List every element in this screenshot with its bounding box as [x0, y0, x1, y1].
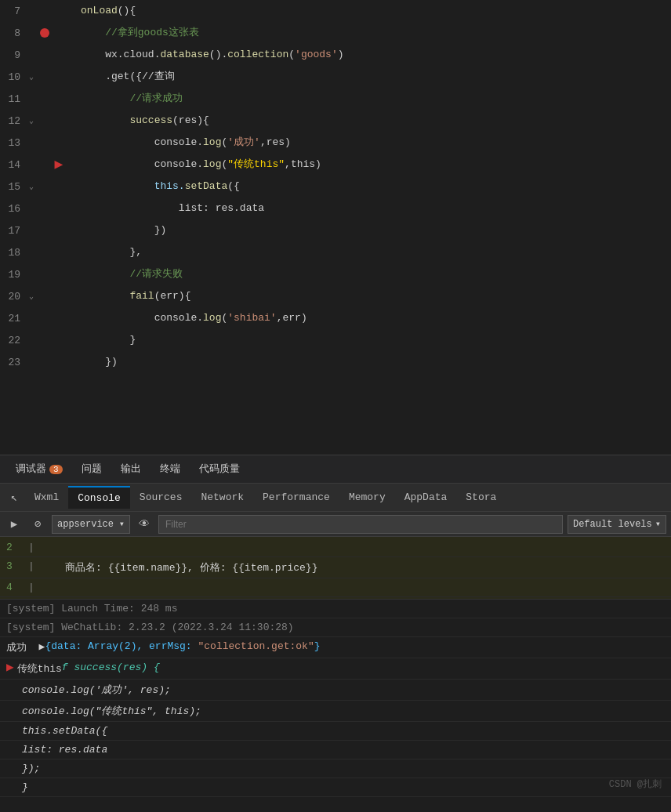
devtools-tab-appdata[interactable]: AppData	[395, 487, 457, 508]
code-token: list: res.data	[179, 202, 264, 214]
code-token: }	[129, 334, 136, 346]
chevron-down-icon2: ▾	[655, 518, 661, 530]
current-line-marker: ▶	[52, 158, 66, 172]
devtools-tab-memory[interactable]: Memory	[339, 487, 395, 508]
line-number: 20	[0, 291, 25, 303]
code-editor[interactable]: 7onLoad(){8 //拿到goods这张表9 wx.cloud.datab…	[0, 0, 671, 455]
line-content: //请求失败	[74, 263, 671, 285]
debug-tab-终端[interactable]: 终端	[151, 459, 190, 480]
devtools-tab-network[interactable]: Network	[191, 487, 253, 508]
this-label: 传统this	[17, 662, 62, 676]
line-number: 18	[0, 247, 25, 259]
fold-arrow[interactable]: ⌄	[25, 182, 38, 191]
console-line-number: 3	[6, 560, 22, 572]
line-content: }	[74, 329, 671, 351]
devtools-tab-wxml[interactable]: Wxml	[25, 487, 68, 508]
console-output: 2|3| 商品名: {{item.name}}, 价格: {{item.pric…	[0, 537, 671, 797]
code-token: },	[129, 246, 142, 258]
code-token: ({	[227, 180, 240, 192]
console-body-line: list: res.data	[0, 741, 671, 759]
code-token: 'shibai'	[227, 312, 276, 324]
code-token: ,err)	[277, 312, 307, 324]
console-body-line: this.setData({	[0, 722, 671, 741]
code-line: 12⌄ success(res){	[0, 110, 671, 132]
code-token: .get({//查询	[105, 71, 174, 82]
devtools-tab-console[interactable]: Console	[68, 486, 130, 509]
debug-tab-问题[interactable]: 问题	[72, 459, 111, 480]
system-message: [system] WeChatLib: 2.23.2 (2022.3.24 11…	[6, 622, 294, 633]
code-token: console.	[154, 158, 203, 170]
current-arrow: ▶	[55, 158, 63, 172]
code-token: (res){	[172, 114, 209, 126]
code-line: 21 console.log('shibai',err)	[0, 307, 671, 329]
console-body-line: }	[0, 778, 671, 797]
console-this-line: ▶传统this f success(res) {	[0, 658, 671, 680]
line-content: console.log('成功',res)	[74, 132, 671, 154]
body-text: this.setData({	[22, 725, 107, 737]
line-content: })	[74, 219, 671, 241]
fold-arrow[interactable]: ⌄	[25, 292, 38, 301]
code-token: ,this)	[285, 158, 321, 170]
devtools-tab-stora[interactable]: Stora	[456, 487, 506, 508]
line-number: 17	[0, 225, 25, 237]
code-token: ().	[209, 49, 227, 60]
debug-tab-代码质量[interactable]: 代码质量	[190, 459, 249, 480]
line-number: 21	[0, 313, 25, 324]
devtools-tab-bar: ↖ WxmlConsoleSourcesNetworkPerformanceMe…	[0, 484, 671, 512]
debug-tab-输出[interactable]: 输出	[111, 459, 151, 480]
line-content: success(res){	[74, 110, 671, 132]
code-line: 20⌄ fail(err){	[0, 285, 671, 307]
line-number: 13	[0, 137, 25, 149]
line-content: //请求成功	[74, 88, 671, 110]
line-number: 16	[0, 203, 25, 215]
code-line: 17 })	[0, 219, 671, 241]
stop-button[interactable]: ⊘	[28, 515, 47, 534]
breakpoint-marker[interactable]	[38, 28, 52, 38]
code-token: console.	[154, 136, 203, 148]
line-number: 22	[0, 335, 25, 346]
console-code-block: 2|3| 商品名: {{item.name}}, 价格: {{item.pric…	[0, 537, 671, 600]
code-token: wx.cloud.	[105, 49, 160, 60]
devtools-tab-performance[interactable]: Performance	[253, 487, 339, 508]
line-number: 23	[0, 357, 25, 368]
code-line: 22 }	[0, 329, 671, 351]
fold-arrow[interactable]: ⌄	[25, 72, 38, 82]
success-label: 成功	[6, 640, 39, 654]
run-button[interactable]: ▶	[5, 515, 24, 534]
line-number: 15	[0, 181, 25, 193]
filter-input[interactable]	[158, 515, 563, 534]
success-data: {data: Array(2), errMsg: "collection.get…	[45, 640, 320, 652]
breakpoint-dot	[40, 28, 49, 38]
cursor-icon[interactable]: ↖	[3, 491, 25, 504]
code-token: setData	[185, 180, 228, 192]
code-token: (	[288, 49, 295, 60]
watermark: CSDN @扎刺	[609, 778, 662, 791]
code-line: 13 console.log('成功',res)	[0, 132, 671, 154]
service-selector[interactable]: appservice ▾	[52, 515, 130, 534]
devtools-tab-sources[interactable]: Sources	[130, 487, 192, 508]
eye-button[interactable]: 👁	[135, 515, 154, 534]
line-content: console.log('shibai',err)	[74, 307, 671, 329]
line-number: 7	[0, 5, 25, 17]
debug-tab-调试器[interactable]: 调试器3	[6, 459, 72, 480]
default-levels-selector[interactable]: Default levels ▾	[568, 515, 666, 534]
code-token: onLoad	[81, 5, 118, 16]
console-toolbar: ▶ ⊘ appservice ▾ 👁 Default levels ▾	[0, 512, 671, 537]
body-text: console.log('成功', res);	[22, 683, 171, 697]
expand-arrow[interactable]: ▶	[39, 640, 45, 653]
code-line: 23 })	[0, 351, 671, 373]
console-code-line: 3| 商品名: {{item.name}}, 价格: {{item.price}…	[0, 557, 671, 578]
code-token: collection	[227, 49, 288, 60]
code-token: log	[203, 312, 221, 324]
code-token: (err){	[154, 290, 191, 302]
code-token: success	[129, 114, 172, 126]
editor-area: 7onLoad(){8 //拿到goods这张表9 wx.cloud.datab…	[0, 0, 671, 455]
line-content: console.log("传统this",this)	[74, 154, 671, 176]
code-token: )	[338, 49, 344, 60]
devtools-panel: ↖ WxmlConsoleSourcesNetworkPerformanceMe…	[0, 483, 671, 797]
code-line: 19 //请求失败	[0, 263, 671, 285]
code-token: database	[160, 49, 209, 60]
fold-arrow[interactable]: ⌄	[25, 116, 38, 125]
line-number: 8	[0, 27, 25, 39]
line-number: 9	[0, 49, 25, 61]
